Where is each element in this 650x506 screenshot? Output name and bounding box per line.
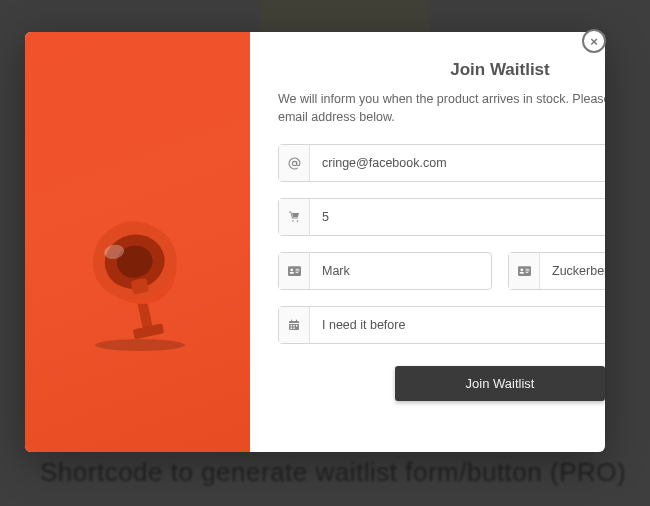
svg-rect-29	[296, 325, 298, 327]
svg-rect-28	[293, 325, 295, 327]
svg-rect-25	[291, 320, 292, 323]
modal-hero-panel	[25, 32, 250, 452]
id-card-icon	[279, 253, 310, 289]
svg-point-8	[292, 161, 296, 165]
last-name-input[interactable]	[540, 253, 605, 289]
svg-rect-22	[525, 272, 528, 273]
first-name-field-wrapper	[278, 252, 492, 290]
svg-rect-19	[519, 272, 523, 274]
svg-rect-27	[291, 325, 293, 327]
svg-point-12	[290, 269, 293, 272]
svg-rect-16	[295, 272, 298, 273]
close-icon: ×	[590, 35, 598, 48]
svg-point-18	[520, 269, 523, 272]
quantity-field-wrapper	[278, 198, 605, 236]
background-heading: Shortcode to generate waitlist form/butt…	[40, 457, 626, 488]
join-waitlist-button[interactable]: Join Waitlist	[395, 366, 605, 401]
svg-rect-21	[525, 271, 529, 272]
cart-icon	[279, 199, 310, 235]
email-input[interactable]	[310, 145, 605, 181]
waitlist-modal: Join Waitlist We will inform you when th…	[25, 32, 605, 452]
modal-title: Join Waitlist	[278, 60, 605, 80]
svg-rect-30	[291, 328, 293, 330]
modal-form-panel: Join Waitlist We will inform you when th…	[250, 32, 605, 452]
calendar-icon	[279, 307, 310, 343]
svg-rect-15	[295, 271, 299, 272]
svg-rect-13	[289, 272, 293, 274]
last-name-field-wrapper	[508, 252, 605, 290]
svg-point-10	[296, 220, 298, 222]
svg-rect-31	[293, 328, 295, 330]
note-field-wrapper	[278, 306, 605, 344]
svg-rect-14	[295, 269, 299, 270]
id-card-icon	[509, 253, 540, 289]
megaphone-illustration	[70, 207, 210, 357]
modal-description: We will inform you when the product arri…	[278, 90, 605, 126]
svg-rect-26	[296, 320, 297, 323]
svg-rect-20	[525, 269, 529, 270]
first-name-input[interactable]	[310, 253, 491, 289]
quantity-input[interactable]	[310, 199, 605, 235]
svg-point-9	[292, 220, 294, 222]
svg-point-0	[95, 339, 185, 351]
email-field-wrapper	[278, 144, 605, 182]
at-icon	[279, 145, 310, 181]
close-button[interactable]: ×	[582, 29, 606, 53]
svg-rect-24	[289, 323, 299, 324]
note-input[interactable]	[310, 307, 605, 343]
